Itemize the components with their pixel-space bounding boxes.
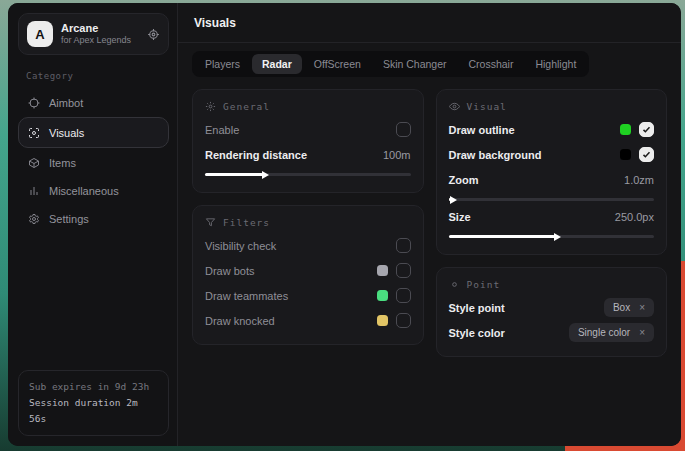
slider-fill	[449, 198, 451, 201]
tab-skin-changer[interactable]: Skin Changer	[373, 54, 457, 74]
app-header-card: A Arcane for Apex Legends	[18, 13, 169, 55]
page-header: Visuals	[178, 3, 681, 43]
filters-card: Filters Visibility check Draw bots	[192, 205, 424, 345]
draw-teammates-label: Draw teammates	[205, 290, 288, 302]
tab-offscreen[interactable]: OffScreen	[304, 54, 371, 74]
sidebar-item-visuals[interactable]: Visuals	[18, 117, 169, 148]
general-card-header: General	[205, 101, 411, 112]
crosshair-icon	[28, 97, 40, 109]
rendering-distance-row: Rendering distance 100m	[205, 143, 411, 166]
category-label: Category	[26, 71, 169, 81]
sidebar-item-label: Aimbot	[49, 97, 83, 109]
visual-card: Visual Draw outline Draw background	[436, 89, 668, 255]
draw-bots-checkbox[interactable]	[396, 263, 411, 278]
draw-teammates-color-swatch[interactable]	[377, 290, 388, 301]
sidebar-item-label: Settings	[49, 213, 89, 225]
gear-icon[interactable]	[147, 28, 160, 41]
draw-background-row: Draw background	[449, 143, 655, 166]
style-color-value: Single color	[578, 327, 630, 338]
point-card: Point Style point Box × Style color Sing…	[436, 267, 668, 357]
dot-icon	[449, 279, 460, 290]
tab-radar[interactable]: Radar	[252, 54, 302, 74]
enable-checkbox[interactable]	[396, 122, 411, 137]
visibility-check-checkbox[interactable]	[396, 238, 411, 253]
draw-background-checkbox[interactable]	[639, 147, 654, 162]
subscription-card: Sub expires in 9d 23h Session duration 2…	[18, 370, 169, 436]
right-column: Visual Draw outline Draw background	[436, 89, 668, 357]
style-point-label: Style point	[449, 302, 505, 314]
eye-scan-icon	[28, 127, 40, 139]
main-panel: Visuals Players Radar OffScreen Skin Cha…	[178, 3, 681, 446]
draw-teammates-checkbox[interactable]	[396, 288, 411, 303]
draw-knocked-label: Draw knocked	[205, 315, 275, 327]
draw-background-color-swatch[interactable]	[620, 149, 631, 160]
content-area: General Enable Rendering distance 100m	[178, 79, 681, 446]
visual-card-header: Visual	[449, 101, 655, 112]
filters-card-title: Filters	[223, 217, 270, 228]
package-icon	[28, 157, 40, 169]
size-row: Size 250.0px	[449, 205, 655, 228]
zoom-label: Zoom	[449, 174, 479, 186]
draw-teammates-row: Draw teammates	[205, 284, 411, 307]
style-point-select[interactable]: Box ×	[604, 298, 654, 317]
app-window: A Arcane for Apex Legends Category Aimbo…	[8, 3, 681, 446]
sidebar-item-label: Items	[49, 157, 76, 169]
left-column: General Enable Rendering distance 100m	[192, 89, 424, 345]
rendering-distance-value: 100m	[383, 149, 411, 161]
tab-highlight[interactable]: Highlight	[525, 54, 586, 74]
tab-crosshair[interactable]: Crosshair	[459, 54, 524, 74]
draw-bots-row: Draw bots	[205, 259, 411, 282]
style-color-row: Style color Single color ×	[449, 321, 655, 344]
page-title: Visuals	[194, 16, 665, 30]
general-card-title: General	[223, 101, 270, 112]
style-point-value: Box	[613, 302, 630, 313]
sidebar-item-label: Miscellaneous	[49, 185, 119, 197]
visibility-check-row: Visibility check	[205, 234, 411, 257]
tab-players[interactable]: Players	[195, 54, 250, 74]
size-slider[interactable]	[449, 235, 655, 238]
style-color-select[interactable]: Single color ×	[569, 323, 654, 342]
zoom-slider[interactable]	[449, 198, 655, 201]
sub-expires-text: Sub expires in 9d 23h	[29, 379, 158, 395]
sidebar-item-aimbot[interactable]: Aimbot	[18, 89, 169, 116]
draw-outline-color-swatch[interactable]	[620, 124, 631, 135]
draw-outline-label: Draw outline	[449, 124, 515, 136]
zoom-row: Zoom 1.0zm	[449, 168, 655, 191]
point-card-header: Point	[449, 279, 655, 290]
draw-knocked-checkbox[interactable]	[396, 313, 411, 328]
sidebar-item-miscellaneous[interactable]: Miscellaneous	[18, 177, 169, 204]
bars-icon	[28, 185, 40, 197]
tab-bar: Players Radar OffScreen Skin Changer Cro…	[192, 51, 589, 77]
gear-icon	[28, 213, 40, 225]
eye-icon	[449, 101, 460, 112]
style-point-row: Style point Box ×	[449, 296, 655, 319]
app-logo: A	[27, 21, 53, 47]
draw-knocked-color-swatch[interactable]	[377, 315, 388, 326]
size-label: Size	[449, 211, 471, 223]
session-duration-text: Session duration 2m 56s	[29, 395, 158, 427]
app-title: Arcane	[61, 22, 139, 36]
enable-row: Enable	[205, 118, 411, 141]
sidebar-item-label: Visuals	[49, 127, 84, 139]
clear-icon[interactable]: ×	[639, 302, 645, 313]
draw-outline-row: Draw outline	[449, 118, 655, 141]
visual-card-title: Visual	[467, 101, 507, 112]
rendering-distance-label: Rendering distance	[205, 149, 307, 161]
draw-background-label: Draw background	[449, 149, 542, 161]
draw-outline-checkbox[interactable]	[639, 122, 654, 137]
size-value: 250.0px	[615, 211, 654, 223]
clear-icon[interactable]: ×	[639, 327, 645, 338]
style-color-label: Style color	[449, 327, 505, 339]
draw-bots-label: Draw bots	[205, 265, 255, 277]
draw-knocked-row: Draw knocked	[205, 309, 411, 332]
filters-card-header: Filters	[205, 217, 411, 228]
rendering-distance-slider[interactable]	[205, 173, 411, 176]
visibility-check-label: Visibility check	[205, 240, 276, 252]
draw-bots-color-swatch[interactable]	[377, 265, 388, 276]
sidebar-item-settings[interactable]: Settings	[18, 205, 169, 232]
sidebar: A Arcane for Apex Legends Category Aimbo…	[8, 3, 178, 446]
slider-fill	[449, 235, 556, 238]
sidebar-item-items[interactable]: Items	[18, 149, 169, 176]
point-card-title: Point	[467, 279, 501, 290]
gear-icon	[205, 101, 216, 112]
